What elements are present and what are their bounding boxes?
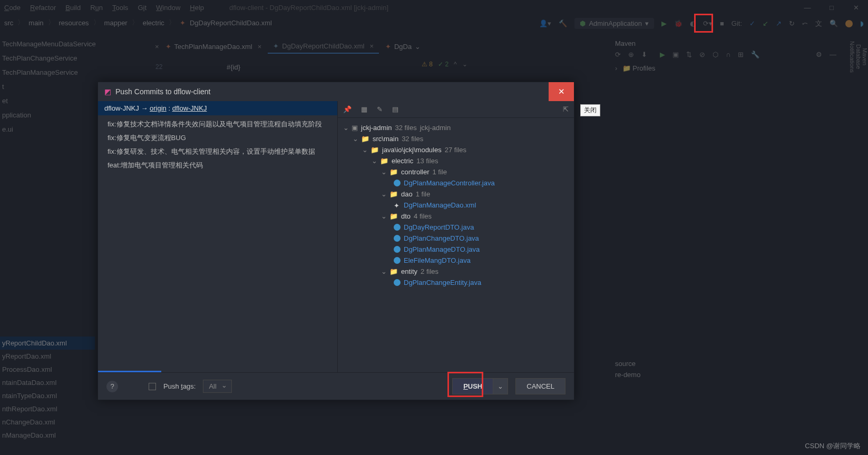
git-pull-icon[interactable]: ↙ [763, 19, 768, 27]
service-item[interactable]: t [0, 80, 95, 94]
pin-icon[interactable]: 📌 [343, 105, 352, 113]
service-item[interactable]: e.ui [0, 122, 95, 136]
file-item[interactable]: nManageDao.xml [0, 429, 95, 442]
commit-item[interactable]: fix:修复技术文档详情条件失效问题以及电气项目管理流程自动填充阶段 [108, 117, 328, 131]
crumb-mapper[interactable]: mapper [104, 19, 128, 27]
push-button[interactable]: PUSH [452, 378, 493, 394]
run-icon[interactable]: ▶ [661, 19, 667, 27]
file-item[interactable]: yReportChildDao.xml [0, 337, 95, 350]
push-tags-combo[interactable]: All [203, 380, 231, 393]
settings-icon[interactable]: 🔧 [751, 51, 759, 58]
expand-all-icon[interactable]: ⇱ [563, 105, 569, 113]
file-item[interactable]: DgPlanManageDao.xml [404, 201, 476, 209]
editor-tab-active[interactable]: ✦DgDayReportChildDao.xml× [268, 39, 379, 54]
menu-run[interactable]: Run [90, 4, 103, 12]
file-item[interactable]: DgPlanManageDTO.java [404, 245, 480, 253]
avatar-icon[interactable] [845, 20, 853, 27]
crumb-main[interactable]: main [28, 19, 43, 27]
execute-icon[interactable]: ▣ [672, 51, 679, 58]
skip-icon[interactable]: ⊘ [699, 51, 705, 58]
help-button[interactable]: ? [106, 381, 118, 392]
git-commit-icon[interactable]: ✓ [749, 19, 755, 27]
gear-icon[interactable]: ⚙ [816, 51, 822, 58]
crumb-resources[interactable]: resources [59, 19, 89, 27]
menu-window[interactable]: Window [156, 4, 180, 12]
crumb-src[interactable]: src [4, 19, 13, 27]
notifications-toolwindow[interactable]: Notifications [849, 41, 855, 73]
hide-icon[interactable]: — [830, 51, 836, 58]
cancel-button[interactable]: CANCEL [515, 378, 565, 394]
file-item[interactable]: ntainTypeDao.xml [0, 389, 95, 402]
debug-icon[interactable]: 🐞 [674, 19, 682, 27]
generate-icon[interactable]: ⊕ [628, 51, 634, 58]
file-item[interactable]: nChangeDao.xml [0, 416, 95, 429]
database-toolwindow[interactable]: Database [855, 41, 862, 73]
file-item[interactable]: DgDayReportDTO.java [404, 223, 474, 231]
maven-tree-item[interactable]: source [615, 358, 836, 369]
run-config-selector[interactable]: ⬢AdminApplication▾ [574, 18, 654, 29]
service-item[interactable]: TechManageMenuDataService [0, 37, 95, 51]
push-tags-checkbox[interactable] [149, 383, 156, 390]
close-tab-icon[interactable]: × [155, 43, 159, 51]
file-item[interactable]: ProcessDao.xml [0, 363, 95, 376]
expand-icon[interactable]: ⊞ [738, 51, 744, 58]
service-item[interactable]: TechPlanChangeService [0, 51, 95, 65]
push-dropdown[interactable]: ⌄ [493, 378, 508, 394]
file-item[interactable]: EleFileMangDTO.java [404, 256, 471, 264]
menu-tools[interactable]: Tools [112, 4, 128, 12]
crumb-file[interactable]: DgDayReportChildDao.xml [190, 19, 272, 27]
search-icon[interactable]: 🔍 [830, 19, 838, 27]
maven-title: Maven [615, 39, 836, 47]
app-icon: ◩ [104, 87, 111, 96]
menu-build[interactable]: Build [65, 4, 81, 12]
profile-icon[interactable]: ⟳▾ [703, 19, 713, 27]
reload-icon[interactable]: ⟳ [615, 51, 621, 58]
menu-git[interactable]: Git [138, 4, 147, 12]
close-window-button[interactable]: ✕ [844, 0, 868, 15]
crumb-electric[interactable]: electric [143, 19, 164, 27]
branch-row[interactable]: dflow-JNKJ → origin : dflow-JNKJ [98, 101, 337, 115]
menu-help[interactable]: Help [190, 4, 204, 12]
menu-refactor[interactable]: Refactor [30, 4, 56, 12]
file-item[interactable]: ntainDataDao.xml [0, 376, 95, 389]
file-item[interactable]: yReportDao.xml [0, 350, 95, 363]
maximize-button[interactable]: □ [820, 0, 844, 15]
commit-item[interactable]: fix:修复电气变更流程BUG [108, 131, 328, 145]
menu-code[interactable]: Code [4, 4, 21, 12]
git-history-icon[interactable]: ↻ [789, 19, 795, 27]
git-push-icon[interactable]: ↗ [776, 19, 782, 27]
dialog-title-bar[interactable]: ◩ Push Commits to dflow-client ✕ [98, 82, 574, 101]
maven-toolwindow[interactable]: Maven [862, 41, 868, 73]
minimize-button[interactable]: — [795, 0, 820, 15]
hammer-icon[interactable]: 🔨 [559, 19, 567, 27]
editor-tab[interactable]: ✦DgDa⌄ [380, 40, 426, 53]
group-icon[interactable]: ▦ [361, 105, 367, 113]
file-item[interactable]: DgPlanChangeDTO.java [404, 234, 479, 242]
diff-icon[interactable]: ▤ [392, 105, 398, 113]
plugin-icon[interactable]: ◗ [860, 19, 864, 27]
stop-icon[interactable]: ■ [720, 19, 724, 27]
edit-icon[interactable]: ✎ [377, 105, 383, 113]
offline-icon[interactable]: ⬡ [713, 51, 718, 58]
maven-tree-item[interactable]: re-demo [615, 369, 836, 380]
maven-tree-item[interactable]: › 📁 Profiles [615, 63, 836, 74]
user-icon[interactable]: 👤▾ [539, 19, 551, 27]
coverage-icon[interactable]: ◐ [690, 19, 696, 27]
file-item[interactable]: nthReportDao.xml [0, 402, 95, 416]
run-maven-icon[interactable]: ▶ [660, 51, 665, 58]
service-item[interactable]: TechPlanManageService [0, 65, 95, 80]
translate-icon[interactable]: 文 [815, 19, 822, 28]
editor-tab[interactable]: ✦TechPlanManageDao.xml× [160, 40, 267, 53]
service-item[interactable]: et [0, 94, 95, 108]
collapse-icon[interactable]: ∩ [726, 51, 730, 58]
dialog-close-button[interactable]: ✕ [549, 82, 574, 101]
revert-icon[interactable]: ⤺ [802, 19, 808, 27]
file-item[interactable]: DgPlanChangeEntity.java [404, 279, 481, 286]
file-item[interactable]: DgPlanManageController.java [404, 179, 495, 187]
download-icon[interactable]: ⬇ [641, 51, 647, 58]
toggle-icon[interactable]: ⇅ [686, 51, 692, 58]
commit-item[interactable]: feat:增加电气项目管理相关代码 [108, 159, 328, 172]
commit-item[interactable]: fix:修复研发、技术、电气相关管理相关内容，设置手动维护菜单数据 [108, 145, 328, 159]
service-item[interactable]: pplication [0, 108, 95, 122]
menu-bar: Code Refactor Build Run Tools Git Window… [0, 0, 868, 15]
